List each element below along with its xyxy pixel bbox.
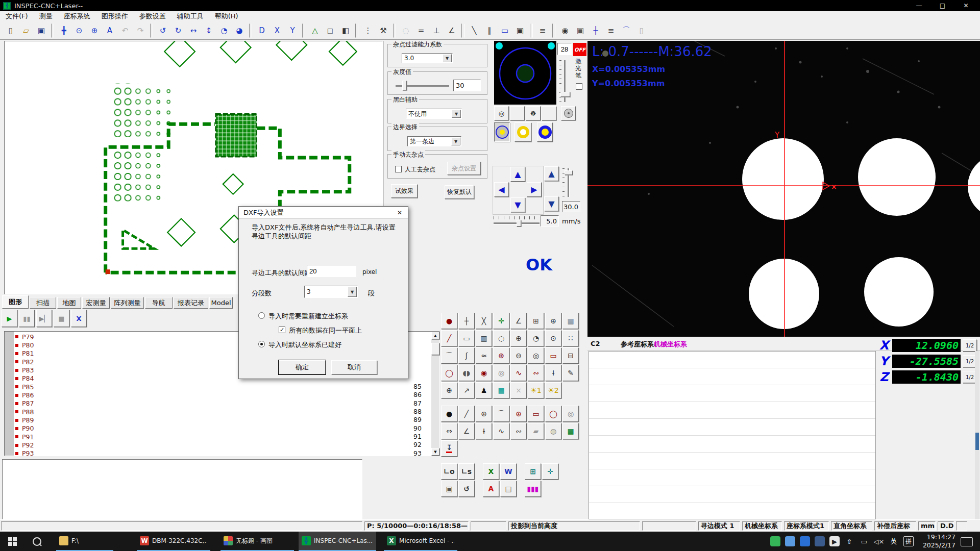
coord-list-scrollbar[interactable] [975,351,979,519]
gray-value-field[interactable]: 30 [453,80,481,91]
light-coax-button[interactable] [561,106,576,120]
delete-disabled[interactable]: × [510,382,527,398]
balloon-tool[interactable]: ◌ [399,23,413,38]
z-up-button[interactable]: ▲ [544,166,559,181]
lang-en-tray[interactable]: 英 [889,536,899,546]
selection-rect-tool[interactable]: ◻ [323,23,337,38]
fill-contrast-tool[interactable]: ◧ [338,23,353,38]
ellipse-element[interactable]: ⊕ [510,406,527,422]
light-preset-1[interactable]: ☀1 [528,382,544,398]
segments-select[interactable]: 3 ▼ [304,286,358,298]
tab[interactable]: 阵列测量 [111,297,144,309]
xy-speed-thumb[interactable] [517,220,521,227]
camera-eye-button[interactable]: ◉ [558,23,572,38]
origin-s-button[interactable]: ∟s [458,463,475,480]
jog-up-button[interactable]: ▲ [510,167,525,182]
parallel-tool[interactable]: ∥ [482,23,497,38]
line-tool[interactable]: ╲ [467,23,481,38]
angle-element[interactable]: ∠ [458,423,475,439]
usb-tray-icon[interactable] [785,536,795,546]
taskbar-paint[interactable]: 无标题 - 画图 [220,532,294,551]
curve-button[interactable]: ⌒ [619,23,633,38]
origin-o-button[interactable]: ∟o [441,463,457,480]
scroll-up-icon[interactable]: ▲ [431,332,439,339]
angle-point[interactable]: ∠ [510,313,527,329]
menu-item[interactable]: 帮助(H) [209,12,244,21]
tools-button[interactable]: ⚒ [376,23,390,38]
circle-plus[interactable]: ⊙ [545,330,561,346]
camera-view[interactable]: Y × L: 0.7------M:36.62 X=0.005353mm Y=0… [587,41,980,337]
excel-export-button[interactable]: X [71,310,87,327]
defender-tray-icon[interactable] [800,536,810,546]
center-target-tool[interactable]: ⊕ [87,23,102,38]
list-item[interactable]: P80 [15,341,34,349]
list-item[interactable]: P84 [15,374,34,383]
list-item[interactable]: P79 [15,333,34,341]
tab[interactable]: 扫描 [30,297,56,309]
s-curve[interactable]: ʃ [458,347,475,364]
rotate-cw-tool[interactable]: ◔ [217,23,231,38]
rect-blue-tool[interactable]: ▭ [498,23,512,38]
notification-center-icon[interactable] [961,537,973,546]
calculator-tool[interactable]: ▦ [493,382,509,398]
stop-button[interactable]: ■ [54,310,69,327]
jog-down-button[interactable]: ▼ [510,197,525,212]
open-button[interactable]: ▱ [19,23,33,38]
chevron-down-icon[interactable]: ▼ [348,287,357,297]
ellipse-ring[interactable]: ◎ [528,347,544,364]
image-capture[interactable]: ▦ [562,313,579,329]
taskbar-clock[interactable]: 19:14:27 2025/2/17 [923,533,955,549]
text-tool[interactable]: A [103,23,117,38]
gray-slider-thumb[interactable] [402,81,407,90]
save-button[interactable]: ▣ [34,23,48,38]
taskbar-search-button[interactable] [24,532,49,551]
point-list-scrollbar[interactable]: ▲ ▼ [431,332,439,456]
network-tray-icon[interactable]: ▭ [859,536,869,546]
list-item[interactable]: P85 [15,383,34,391]
point-element[interactable]: ● [441,406,457,422]
tab[interactable]: 宏测量 [82,297,110,309]
report-tool-button[interactable]: ▤ [500,481,517,497]
color-bars-button[interactable]: ▮▮▮ [525,481,541,497]
scroll-down-icon[interactable]: ▼ [431,448,439,456]
center-point[interactable]: ⊕ [441,382,457,398]
list-item[interactable]: P89 [15,416,34,424]
taskbar-inspec[interactable]: ╬ INSPEC-CNC+Las... [299,532,376,551]
scroll-thumb[interactable] [431,343,439,355]
distance-element[interactable]: ⇔ [441,423,457,439]
minimize-button[interactable]: — [908,0,930,11]
half-button[interactable]: 1/2 [963,339,977,352]
cancel-button[interactable]: 取消 [331,360,377,374]
list-item[interactable]: P91 [15,433,34,441]
usb-eject-tray-icon[interactable]: ⇧ [844,536,854,546]
contour-element[interactable]: ∾ [510,423,527,439]
play-button[interactable]: ▶ [2,310,17,327]
jog-left-button[interactable]: ◀ [494,182,509,197]
undo-button[interactable]: ↶ [118,23,132,38]
height-measure-tool[interactable]: ↕ [202,23,216,38]
ellipse-plus[interactable]: ⊕ [493,347,509,364]
rotate-left-tool[interactable]: ↺ [156,23,170,38]
noise-filter-select[interactable]: 3.0 ▼ [402,53,453,63]
ring-light-both-button[interactable] [494,122,510,142]
redo-button[interactable]: ↷ [133,23,148,38]
angle-tool[interactable]: ∠ [445,23,459,38]
light-mode-a-button[interactable]: ◎ [494,106,509,120]
bw-assist-select[interactable]: 不使用 ▼ [406,109,462,119]
export-excel-button[interactable]: X [483,463,499,480]
zoom-point[interactable]: ⊕ [545,313,561,329]
x-distance-tool[interactable]: X [270,23,284,38]
start-button[interactable] [0,532,24,551]
tab[interactable]: 图形 [2,295,29,309]
menu-item[interactable]: 座标系统 [58,12,96,21]
plane-element[interactable]: ▰ [528,423,544,439]
noise-settings-button[interactable]: 杂点设置 [447,162,481,175]
tab[interactable]: Model [209,297,233,309]
maximize-button[interactable]: □ [931,0,954,11]
calc-element[interactable]: ▦ [562,423,579,439]
restore-default-button[interactable]: 恢复默认 [445,185,474,199]
laser-pen-checkbox[interactable] [576,83,582,90]
line-list-button[interactable]: ≡ [604,23,618,38]
default-cs-radio[interactable] [258,341,265,347]
volume-muted-tray-icon[interactable]: ◁× [874,536,884,546]
